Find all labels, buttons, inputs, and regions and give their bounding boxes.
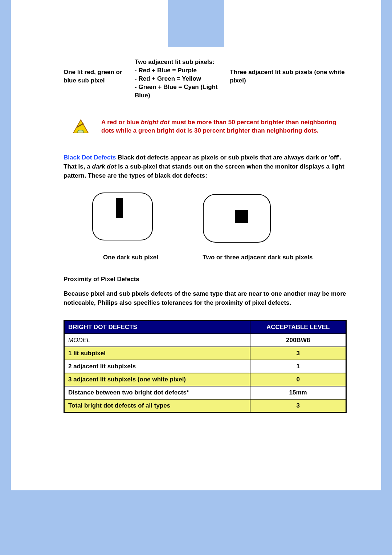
table-header-row: BRIGHT DOT DEFECTS ACCEPTABLE LEVEL (64, 321, 346, 334)
caption-one-dark: One dark sub pixel (93, 254, 169, 261)
table-row: Total bright dot defects of all types3 (64, 399, 346, 413)
black-dot-em: dark dot (92, 163, 116, 170)
header-defect: BRIGHT DOT DEFECTS (64, 321, 250, 334)
table-row: Distance between two bright dot defects*… (64, 386, 346, 399)
caption-one-lit: One lit red, green or blue sub pixel (64, 58, 127, 100)
warning-text: A red or blue bright dot must be more th… (101, 118, 347, 135)
note-em: bright dot (141, 119, 170, 126)
two-adj-l1: - Red + Blue = Purple (135, 67, 197, 74)
figure-multi-dark-subpixels (200, 189, 274, 247)
table-row: MODEL200BW8 (64, 334, 346, 347)
svg-rect-3 (116, 198, 123, 218)
table-cell-label: 1 lit subpixel (64, 347, 250, 360)
table-cell-value: 3 (250, 347, 346, 360)
two-adj-l3: - Green + Blue = Cyan (Light Blue) (135, 84, 218, 99)
table-cell-value: 0 (250, 373, 346, 386)
table-row: 3 adjacent lit subpixels (one white pixe… (64, 373, 346, 386)
top-figure-placeholder (168, 0, 224, 47)
caption-multi-dark: Two or three adjacent dark sub pixels (196, 254, 319, 261)
page: One lit red, green or blue sub pixel Two… (0, 0, 392, 555)
inner-content: One lit red, green or blue sub pixel Two… (64, 58, 347, 413)
table-cell-label: MODEL (64, 334, 250, 347)
svg-rect-5 (235, 210, 248, 223)
table-cell-value: 1 (250, 360, 346, 373)
table-row: 2 adjacent lit subpixels1 (64, 360, 346, 373)
proximity-title: Proximity of Pixel Defects (64, 276, 347, 283)
subpixel-captions-row: One lit red, green or blue sub pixel Two… (64, 58, 347, 100)
dark-dot-captions: One dark sub pixel Two or three adjacent… (93, 254, 347, 261)
table-cell-label: 3 adjacent lit subpixels (one white pixe… (64, 373, 250, 386)
caption-two-adjacent: Two adjacent lit sub pixels: - Red + Blu… (135, 58, 222, 100)
table-cell-value: 15mm (250, 386, 346, 399)
note-part1: A red or blue (101, 119, 141, 126)
warning-note: A red or blue bright dot must be more th… (73, 118, 347, 135)
table-cell-value: 200BW8 (250, 334, 346, 347)
defect-table: BRIGHT DOT DEFECTS ACCEPTABLE LEVEL MODE… (64, 320, 347, 413)
warning-icon (73, 119, 89, 134)
table-cell-label: Total bright dot defects of all types (64, 399, 250, 413)
dark-dot-figures (89, 189, 347, 247)
content-sheet: One lit red, green or blue sub pixel Two… (11, 0, 381, 490)
table-row: 1 lit subpixel3 (64, 347, 346, 360)
table-cell-label: 2 adjacent lit subpixels (64, 360, 250, 373)
black-dot-paragraph: Black Dot Defects Black dot defects appe… (64, 153, 347, 180)
proximity-text: Because pixel and sub pixels defects of … (64, 289, 347, 307)
two-adj-title: Two adjacent lit sub pixels: (135, 58, 215, 65)
two-adj-l2: - Red + Green = Yellow (135, 75, 201, 82)
table-cell-value: 3 (250, 399, 346, 413)
caption-three-adjacent: Three adjacent lit sub pixels (one white… (230, 58, 347, 100)
top-figure-wrap (16, 0, 376, 58)
header-level: ACCEPTABLE LEVEL (250, 321, 346, 334)
figure-one-dark-subpixel (89, 189, 156, 247)
black-dot-label: Black Dot Defects (64, 154, 116, 161)
table-cell-label: Distance between two bright dot defects* (64, 386, 250, 399)
